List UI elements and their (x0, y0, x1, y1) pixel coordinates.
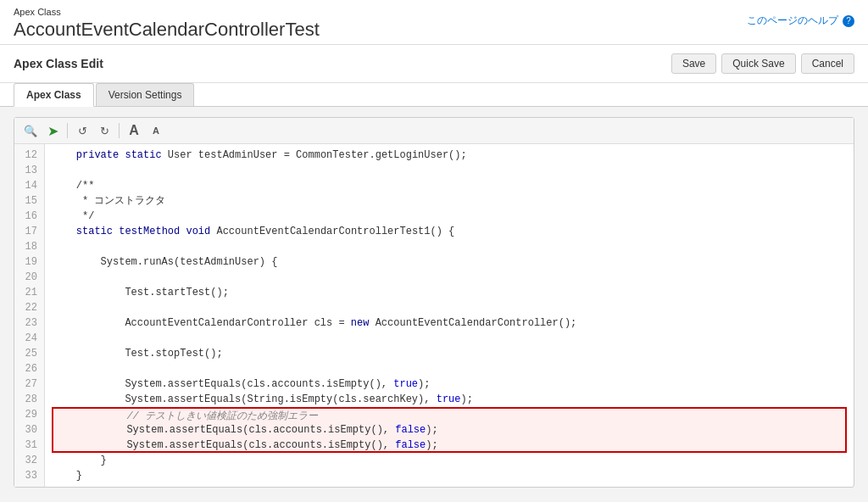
help-icon: ? (843, 15, 854, 27)
separator-2 (119, 123, 120, 138)
code-line: System.runAs(testAdminUser) { (52, 254, 847, 270)
code-line: // テストしきい値検証のため強制エラー (52, 407, 847, 422)
code-line: Test.startTest(); (52, 285, 847, 300)
code-line: static testMethod void AccountEventCalen… (52, 224, 847, 239)
separator-1 (67, 123, 68, 138)
code-line: System.assertEquals(cls.accounts.isEmpty… (52, 376, 847, 392)
toolbar-title: Apex Class Edit (14, 57, 666, 70)
tab-version-settings[interactable]: Version Settings (96, 83, 195, 106)
code-line: } (52, 453, 847, 468)
redo-icon: ↻ (100, 125, 109, 137)
tab-apex-class[interactable]: Apex Class (14, 83, 94, 107)
editor-toolbar: 🔍 ➤ ↺ ↻ A A (14, 118, 854, 144)
code-area: 1213141516171819202122232425262728293031… (14, 144, 854, 487)
code-line (52, 270, 847, 285)
undo-button[interactable]: ↺ (73, 121, 92, 140)
code-line (52, 331, 847, 346)
line-numbers: 1213141516171819202122232425262728293031… (14, 144, 45, 487)
code-line: private static User testAdminUser = Comm… (52, 148, 847, 163)
page-title: AccountEventCalendarControllerTest (14, 19, 854, 41)
search-icon: 🔍 (24, 125, 37, 137)
quick-save-button[interactable]: Quick Save (721, 53, 795, 74)
code-line: * コンストラクタ (52, 193, 847, 209)
go-button[interactable]: ➤ (43, 121, 62, 140)
breadcrumb: Apex Class (14, 7, 854, 17)
cancel-button[interactable]: Cancel (801, 53, 854, 74)
toolbar: Apex Class Edit Save Quick Save Cancel (0, 45, 868, 83)
font-small-icon: A (153, 126, 159, 136)
tabs-bar: Apex Class Version Settings (0, 83, 868, 107)
code-line (52, 163, 847, 178)
code-line: System.assertEquals(String.isEmpty(cls.s… (52, 392, 847, 407)
code-lines[interactable]: private static User testAdminUser = Comm… (45, 144, 854, 487)
code-line: System.assertEquals(cls.accounts.isEmpty… (52, 438, 847, 453)
redo-button[interactable]: ↻ (95, 121, 114, 140)
editor-container: 🔍 ➤ ↺ ↻ A A 1213141516171819202122232425… (14, 117, 854, 488)
code-line: AccountEventCalendarController cls = new… (52, 315, 847, 331)
code-line: /** (52, 178, 847, 193)
help-link[interactable]: このページのヘルプ ? (747, 14, 854, 28)
code-line: Test.stopTest(); (52, 346, 847, 361)
undo-icon: ↺ (78, 125, 87, 137)
save-button[interactable]: Save (671, 53, 716, 74)
font-small-button[interactable]: A (147, 121, 165, 140)
font-large-button[interactable]: A (125, 121, 143, 140)
code-line (52, 300, 847, 315)
code-line: */ (52, 209, 847, 224)
help-text: このページのヘルプ (747, 14, 838, 26)
code-line: System.assertEquals(cls.accounts.isEmpty… (52, 422, 847, 438)
page-header: このページのヘルプ ? Apex Class AccountEventCalen… (0, 0, 868, 45)
go-icon: ➤ (47, 123, 58, 139)
font-large-icon: A (129, 123, 139, 138)
code-line (52, 361, 847, 376)
search-button[interactable]: 🔍 (21, 121, 40, 140)
code-line (52, 239, 847, 254)
code-line: } (52, 468, 847, 483)
